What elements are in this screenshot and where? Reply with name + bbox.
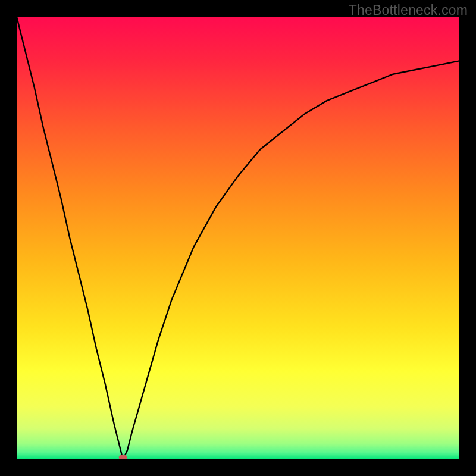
watermark-text: TheBottleneck.com: [349, 2, 468, 18]
gradient-bg: [17, 17, 459, 459]
chart-frame: [17, 17, 459, 459]
bottleneck-chart: [17, 17, 459, 459]
